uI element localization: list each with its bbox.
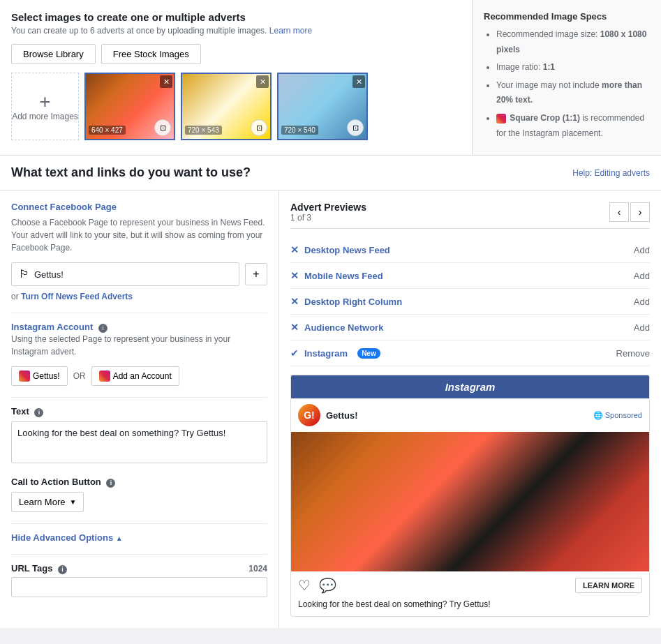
text-field-label: Text i <box>11 406 267 417</box>
turn-off-container: or Turn Off News Feed Adverts <box>11 292 267 301</box>
cta-value: Learn More <box>19 497 65 507</box>
image-dims-1: 640 × 427 <box>89 126 126 135</box>
image-thumb-2: ✕ 720 × 543 ⊡ <box>181 73 272 140</box>
ig-comment-icon[interactable]: 💬 <box>319 577 336 594</box>
image-dims-3: 720 × 540 <box>281 126 318 135</box>
text-info-icon[interactable]: i <box>34 408 43 417</box>
ig-learn-more-button[interactable]: LEARN MORE <box>575 578 642 593</box>
placement-desktop-news-feed-link[interactable]: Desktop News Feed <box>304 245 390 255</box>
ig-account-button[interactable]: Gettus! <box>11 366 68 386</box>
ig-info-icon[interactable]: i <box>98 324 107 333</box>
add-desktop-right-button[interactable]: Add <box>634 297 650 307</box>
fb-section-title: Connect Facebook Page <box>11 202 267 212</box>
ig-preview-sponsored: 🌐 Sponsored <box>593 411 642 420</box>
add-more-images-button[interactable]: + Add more Images <box>11 73 79 140</box>
ig-heart-icon[interactable]: ♡ <box>298 577 311 594</box>
ig-section-desc: Using the selected Page to represent you… <box>11 333 267 358</box>
add-ig-account-button[interactable]: Add an Account <box>91 366 179 386</box>
placement-audience-network: ✕ Audience Network Add <box>290 315 650 340</box>
divider-4 <box>11 554 267 555</box>
previews-title: Advert Previews <box>290 202 366 213</box>
url-tags-label: URL Tags i <box>11 563 67 574</box>
ig-add-icon <box>99 370 110 382</box>
advanced-options-toggle[interactable]: Hide Advanced Options ▲ <box>11 532 123 543</box>
crop-image-2-button[interactable]: ⊡ <box>251 119 267 136</box>
crop-image-3-button[interactable]: ⊡ <box>347 119 364 136</box>
placement-instagram: ✔ Instagram New Remove <box>290 340 650 366</box>
placement-x-icon-mobile-news[interactable]: ✕ <box>290 270 299 281</box>
ig-section-title: Instagram Account i <box>11 322 267 333</box>
divider-2 <box>11 397 267 398</box>
specs-title: Recommended Image Specs <box>484 11 650 22</box>
add-audience-button[interactable]: Add <box>634 322 650 333</box>
ig-preview-caption: Looking for the best deal on something? … <box>291 597 649 616</box>
instagram-preview: Instagram G! Gettus! 🌐 Sponsored <box>290 375 650 617</box>
cta-label: Call to Action Button i <box>11 477 267 488</box>
spec-item-2: Image ratio: 1:1 <box>496 60 650 75</box>
image-dims-2: 720 × 543 <box>185 126 222 135</box>
placement-mobile-news-feed: ✕ Mobile News Feed Add <box>290 263 650 289</box>
placement-desktop-right-column-link[interactable]: Desktop Right Column <box>304 297 402 307</box>
divider-3 <box>11 523 267 524</box>
fb-page-input[interactable]: 🏳 Gettus! <box>11 262 239 286</box>
image-thumb-1: ✕ 640 × 427 ⊡ <box>84 73 175 140</box>
spec-item-1: Recommended image size: 1080 x 1080 pixe… <box>496 27 650 57</box>
crop-image-1-button[interactable]: ⊡ <box>154 119 171 136</box>
placement-desktop-news-feed: ✕ Desktop News Feed Add <box>290 237 650 263</box>
url-tags-input[interactable] <box>11 577 267 597</box>
add-mobile-news-button[interactable]: Add <box>634 271 650 281</box>
chevron-down-icon: ▼ <box>69 498 76 506</box>
fb-section-desc: Choose a Facebook Page to represent your… <box>11 216 267 254</box>
remove-instagram-button[interactable]: Remove <box>616 348 650 359</box>
close-image-1-button[interactable]: ✕ <box>160 75 172 88</box>
fb-page-value: Gettus! <box>34 269 64 280</box>
flag-icon: 🏳 <box>19 268 30 280</box>
page-subtitle: You can create up to 6 adverts at once b… <box>11 26 461 36</box>
instagram-new-badge: New <box>357 348 380 359</box>
text-textarea[interactable] <box>11 421 267 463</box>
browse-library-button[interactable]: Browse Library <box>11 44 96 64</box>
page-heading: Select images to create one or multiple … <box>11 11 461 23</box>
ig-preview-username: Gettus! <box>326 410 358 421</box>
next-arrow-button[interactable]: › <box>630 202 650 222</box>
spec-item-4: Square Crop (1:1) is recommended for the… <box>496 111 650 141</box>
text-links-heading: What text and links do you want to use? <box>11 165 251 180</box>
chevron-up-icon: ▲ <box>116 534 123 542</box>
ig-preview-body: G! Gettus! 🌐 Sponsored ♡ 💬 LEARN MORE <box>291 398 649 616</box>
spec-item-3: Your image may not include more than 20%… <box>496 78 650 108</box>
cta-info-icon[interactable]: i <box>106 479 115 488</box>
help-editing-link[interactable]: Help: Editing adverts <box>572 168 650 178</box>
close-image-2-button[interactable]: ✕ <box>256 75 269 88</box>
placement-mobile-news-feed-link[interactable]: Mobile News Feed <box>304 271 383 281</box>
placement-desktop-right-column: ✕ Desktop Right Column Add <box>290 289 650 315</box>
image-thumb-3: ✕ 720 × 540 ⊡ <box>277 73 368 140</box>
ig-preview-header: Instagram <box>291 375 649 398</box>
ig-preview-avatar: G! <box>298 404 320 426</box>
close-image-3-button[interactable]: ✕ <box>352 75 365 88</box>
placement-x-icon-desktop-right[interactable]: ✕ <box>290 296 299 307</box>
learn-more-link[interactable]: Learn more <box>269 26 312 36</box>
divider-1 <box>11 313 267 313</box>
placement-x-icon-audience[interactable]: ✕ <box>290 322 299 333</box>
add-desktop-news-button[interactable]: Add <box>634 245 650 255</box>
placement-audience-network-link[interactable]: Audience Network <box>304 322 383 333</box>
ig-or-text: OR <box>73 371 86 381</box>
previews-subtitle: 1 of 3 <box>290 213 366 223</box>
ig-logo-icon <box>19 370 30 382</box>
placement-check-icon-instagram[interactable]: ✔ <box>290 347 299 359</box>
free-stock-images-button[interactable]: Free Stock Images <box>101 44 201 64</box>
ig-account-label: Gettus! <box>33 371 60 381</box>
placement-instagram-link[interactable]: Instagram <box>304 348 348 359</box>
add-account-label: Add an Account <box>113 371 172 381</box>
ig-preview-image <box>291 432 649 571</box>
placement-x-icon-desktop-news[interactable]: ✕ <box>290 244 299 255</box>
add-more-label: Add more Images <box>12 112 78 121</box>
prev-arrow-button[interactable]: ‹ <box>609 202 629 222</box>
cta-dropdown-button[interactable]: Learn More ▼ <box>11 492 84 512</box>
url-tags-info-icon[interactable]: i <box>58 565 67 574</box>
add-page-button[interactable]: + <box>245 263 267 285</box>
globe-icon: 🌐 <box>593 411 603 419</box>
url-tags-char-count: 1024 <box>248 564 267 574</box>
specs-list: Recommended image size: 1080 x 1080 pixe… <box>484 27 650 141</box>
turn-off-news-feed-link[interactable]: Turn Off News Feed Adverts <box>21 292 133 301</box>
